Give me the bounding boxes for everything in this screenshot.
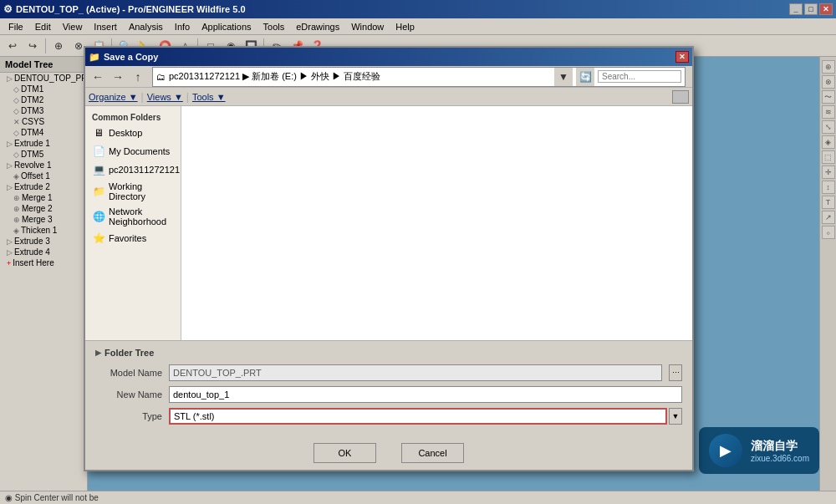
rt-btn-2[interactable]: ⊗ <box>822 75 835 89</box>
model-name-browse-button[interactable]: ⋯ <box>669 364 682 381</box>
tree-icon-insert-here: + <box>7 259 11 267</box>
tree-icon-dtm5: ◇ <box>13 150 19 159</box>
minimize-button[interactable]: _ <box>789 3 803 15</box>
tree-label-dtm2: DTM2 <box>21 95 43 104</box>
title-bar: ⚙ DENTOU_TOP_ (Active) - Pro/ENGINEER Wi… <box>0 0 836 18</box>
tree-item-insert-here[interactable]: + Insert Here <box>0 257 87 268</box>
tree-item-dtm4[interactable]: ◇ DTM4 <box>0 127 87 138</box>
tree-item-extrude4[interactable]: ▷ Extrude 4 <box>0 247 87 257</box>
tree-item-merge2[interactable]: ⊕ Merge 2 <box>0 203 87 214</box>
tree-item-dtm2[interactable]: ◇ DTM2 <box>0 94 87 105</box>
model-name-input <box>169 364 662 381</box>
rt-btn-7[interactable]: ⬚ <box>822 150 835 164</box>
menu-applications[interactable]: Applications <box>196 20 256 33</box>
file-area <box>181 106 692 340</box>
dialog-title: Save a Copy <box>104 52 158 62</box>
tree-icon-merge1: ⊕ <box>13 194 20 202</box>
dialog-title-bar: 📁 Save a Copy ✕ <box>85 48 692 66</box>
organize-button[interactable]: Organize ▼ <box>89 92 138 102</box>
tree-item-offset1[interactable]: ◈ Offset 1 <box>0 171 87 181</box>
menu-window[interactable]: Window <box>346 20 389 33</box>
rt-btn-6[interactable]: ◈ <box>822 135 835 149</box>
menu-insert[interactable]: Insert <box>89 20 122 33</box>
type-input[interactable] <box>169 408 667 425</box>
tree-icon-offset1: ◈ <box>13 172 19 181</box>
maximize-button[interactable]: □ <box>804 3 818 15</box>
rt-btn-8[interactable]: ✛ <box>822 165 835 179</box>
toolbar-btn-3[interactable]: ⊕ <box>49 37 68 55</box>
nav-item-network[interactable]: 🌐 Network Neighborhood <box>85 204 181 229</box>
menu-analysis[interactable]: Analysis <box>124 20 168 33</box>
nav-item-favorites[interactable]: ⭐ Favorites <box>85 229 181 247</box>
new-name-input[interactable] <box>169 386 682 403</box>
rt-btn-9[interactable]: ↕ <box>822 181 835 194</box>
views-button[interactable]: Views ▼ <box>147 92 183 102</box>
menu-edrawings[interactable]: eDrawings <box>291 20 344 33</box>
rt-btn-3[interactable]: 〜 <box>822 90 835 104</box>
menu-tools[interactable]: Tools <box>258 20 290 33</box>
rt-btn-11[interactable]: ↗ <box>822 211 835 224</box>
tree-item-dtm5[interactable]: ◇ DTM5 <box>0 149 87 160</box>
nav-label-favorites: Favorites <box>109 233 146 243</box>
main-window: ⚙ DENTOU_TOP_ (Active) - Pro/ENGINEER Wi… <box>0 0 836 504</box>
ok-label: OK <box>339 448 352 458</box>
tree-icon-dtm2: ◇ <box>13 96 19 104</box>
rt-btn-1[interactable]: ⊕ <box>822 60 835 74</box>
dialog-forward-button[interactable]: → <box>109 68 127 86</box>
working-dir-icon: 📁 <box>92 185 105 198</box>
watermark: ▶ 溜溜自学 zixue.3d66.com <box>699 427 819 474</box>
nav-item-pc[interactable]: 💻 pc201311272121 <box>85 160 181 179</box>
cancel-button[interactable]: Cancel <box>401 443 464 463</box>
rt-btn-4[interactable]: ≋ <box>822 105 835 119</box>
address-dropdown-button[interactable]: ▼ <box>554 68 573 86</box>
status-bar: ◉ Spin Center will not be <box>0 491 836 504</box>
tree-item-dtm3[interactable]: ◇ DTM3 <box>0 105 87 116</box>
nav-item-working-dir[interactable]: 📁 Working Directory <box>85 179 181 204</box>
tree-item-extrude3[interactable]: ▷ Extrude 3 <box>0 236 87 247</box>
tree-label-dtm5: DTM5 <box>21 150 43 159</box>
menu-file[interactable]: File <box>3 20 28 33</box>
view-toggle-button[interactable] <box>672 90 689 104</box>
tree-item-merge1[interactable]: ⊕ Merge 1 <box>0 192 87 203</box>
ok-button[interactable]: OK <box>314 443 376 463</box>
watermark-url: zixue.3d66.com <box>751 454 809 463</box>
watermark-text-block: 溜溜自学 zixue.3d66.com <box>751 438 809 462</box>
menu-edit[interactable]: Edit <box>30 20 56 33</box>
nav-item-desktop[interactable]: 🖥 Desktop <box>85 124 181 142</box>
rt-btn-5[interactable]: ⤡ <box>822 120 835 134</box>
toolbar-btn-2[interactable]: ↪ <box>23 37 42 55</box>
tree-item-dtm1[interactable]: ◇ DTM1 <box>0 84 87 94</box>
tree-icon-thicken1: ◈ <box>13 227 19 235</box>
tree-item-extrude1[interactable]: ▷ Extrude 1 <box>0 138 87 149</box>
tree-icon-revolve1: ▷ <box>7 161 13 170</box>
tree-label-merge2: Merge 2 <box>22 204 53 213</box>
tools-button[interactable]: Tools ▼ <box>192 92 226 102</box>
tree-label-dtm4: DTM4 <box>21 128 43 137</box>
tree-item-revolve1[interactable]: ▷ Revolve 1 <box>0 160 87 171</box>
new-name-row: New Name <box>95 386 682 403</box>
menu-help[interactable]: Help <box>390 20 420 33</box>
address-refresh-button[interactable]: 🔄 <box>576 68 594 86</box>
dialog-close-button[interactable]: ✕ <box>675 51 689 63</box>
sec-toolbar-sep2: | <box>186 91 189 103</box>
search-input[interactable] <box>598 70 681 83</box>
tree-item-csys[interactable]: ✕ CSYS <box>0 116 87 127</box>
rt-btn-10[interactable]: T <box>822 196 835 209</box>
type-label: Type <box>95 411 162 421</box>
nav-panel: Common Folders 🖥 Desktop 📄 My Documents … <box>85 106 181 340</box>
menu-view[interactable]: View <box>58 20 88 33</box>
dialog-back-button[interactable]: ← <box>89 68 107 86</box>
rt-btn-12[interactable]: ⬦ <box>822 226 835 239</box>
nav-item-my-documents[interactable]: 📄 My Documents <box>85 142 181 160</box>
tree-item-root[interactable]: ▷ DENTOU_TOP_PR <box>0 73 87 84</box>
close-button[interactable]: ✕ <box>819 3 833 15</box>
type-dropdown-button[interactable]: ▼ <box>669 408 682 425</box>
menu-info[interactable]: Info <box>170 20 195 33</box>
tree-item-extrude2[interactable]: ▷ Extrude 2 <box>0 181 87 192</box>
tree-icon-dtm3: ◇ <box>13 107 19 115</box>
tree-icon-csys: ✕ <box>13 118 20 126</box>
dialog-up-button[interactable]: ↑ <box>129 68 147 86</box>
toolbar-btn-1[interactable]: ↩ <box>3 37 22 55</box>
tree-item-merge3[interactable]: ⊕ Merge 3 <box>0 214 87 225</box>
tree-item-thicken1[interactable]: ◈ Thicken 1 <box>0 225 87 236</box>
